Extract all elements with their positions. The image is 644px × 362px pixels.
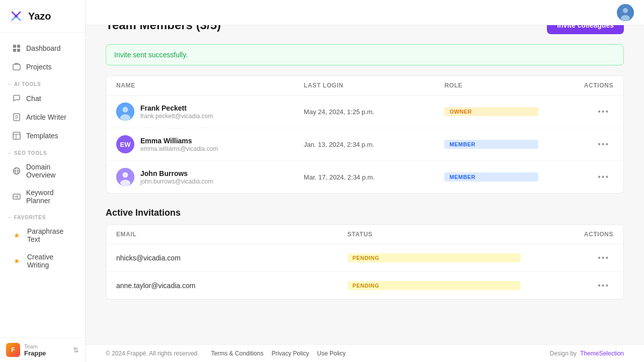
templates-icon	[12, 131, 21, 140]
member-email-frank: frank.peckett@vicadia.com	[140, 113, 213, 120]
actions-emma: •••	[538, 138, 613, 151]
footer-link-privacy[interactable]: Privacy Policy	[272, 350, 309, 357]
page-footer: © 2024 Frappé. All rights reserved. Term…	[86, 344, 644, 362]
sidebar-item-keyword-planner[interactable]: Keyword Planner	[4, 184, 81, 209]
member-details-frank: Frank Peckett frank.peckett@vicadia.com	[140, 104, 213, 120]
team-icon: F	[6, 343, 20, 357]
last-login-emma: Jan. 13, 2024, 2:34 p.m.	[304, 141, 445, 148]
paraphrase-text-label: Paraphrase Text	[27, 227, 73, 243]
col-last-login: LAST LOGIN	[304, 82, 445, 89]
inv-status-2: PENDING	[348, 281, 521, 290]
keyword-planner-label: Keyword Planner	[26, 189, 73, 205]
svg-rect-11	[13, 132, 20, 139]
seo-tools-section-label: SEO TOOLS	[0, 145, 85, 158]
sidebar-item-article-writer[interactable]: Article Writer	[4, 108, 81, 126]
sidebar-navigation: Dashboard Projects AI TOOLS Chat	[0, 33, 85, 337]
article-icon	[12, 113, 21, 122]
actions-john: •••	[538, 170, 613, 184]
team-label: Team	[24, 343, 69, 349]
globe-icon	[12, 166, 21, 175]
sidebar-item-creative-writing[interactable]: ★ Creative Writing	[4, 248, 81, 274]
inv-actions-2: •••	[521, 279, 613, 292]
col-inv-actions: ACTIONS	[521, 231, 613, 238]
footer-copyright: © 2024 Frappé. All rights reserved. Term…	[106, 350, 346, 357]
sidebar-item-projects[interactable]: Projects	[4, 58, 81, 76]
content-wrapper: Team Members (3/5) Invite colleagues Inv…	[86, 0, 644, 362]
footer-link-use[interactable]: Use Policy	[317, 350, 346, 357]
svg-point-1	[15, 15, 18, 18]
member-email-emma: emma.williams@vicadia.com	[140, 145, 218, 152]
dashboard-label: Dashboard	[26, 44, 61, 52]
svg-rect-6	[13, 64, 20, 70]
table-row: John Burrows john.burrows@vicadia.com Ma…	[106, 161, 623, 193]
sidebar-footer[interactable]: F Team Frappe ⇅	[0, 337, 85, 362]
member-info-frank: Frank Peckett frank.peckett@vicadia.com	[116, 103, 304, 121]
table-row: Frank Peckett frank.peckett@vicadia.com …	[106, 96, 623, 128]
col-name: NAME	[116, 82, 304, 89]
sidebar-item-paraphrase-text[interactable]: ★ Paraphrase Text	[4, 223, 81, 248]
member-details-emma: Emma Williams emma.williams@vicadia.com	[140, 137, 218, 152]
last-login-john: Mar. 17, 2024, 2:34 p.m.	[304, 173, 445, 181]
domain-overview-label: Domain Overview	[26, 163, 73, 179]
member-name-emma: Emma Williams	[140, 137, 218, 145]
avatar-emma: EW	[116, 135, 134, 153]
team-expand-icon[interactable]: ⇅	[73, 346, 79, 354]
footer-design: Design by ThemeSelection	[550, 350, 624, 357]
actions-frank: •••	[538, 105, 613, 118]
logo-area: Yazo	[0, 0, 85, 33]
sidebar-item-domain-overview[interactable]: Domain Overview	[4, 158, 81, 184]
member-info-john: John Burrows john.burrows@vicadia.com	[116, 168, 304, 186]
members-table-header: NAME LAST LOGIN ROLE ACTIONS	[106, 76, 623, 96]
svg-point-22	[623, 8, 628, 13]
invitations-table-header: EMAIL STATUS ACTIONS	[106, 225, 623, 244]
invitations-section-title: Active Invitations	[106, 208, 624, 218]
main-content: Team Members (3/5) Invite colleagues Inv…	[86, 0, 644, 362]
app-name: Yazo	[28, 11, 51, 22]
action-menu-john[interactable]: •••	[594, 170, 613, 184]
user-avatar[interactable]	[617, 4, 634, 21]
role-badge-frank: OWNER	[444, 107, 538, 116]
star-icon-paraphrase: ★	[12, 231, 21, 240]
col-actions: ACTIONS	[538, 82, 613, 89]
chat-icon	[12, 94, 21, 103]
sidebar-item-chat[interactable]: Chat	[4, 89, 81, 108]
action-menu-emma[interactable]: •••	[594, 138, 613, 151]
svg-point-23	[621, 15, 630, 21]
action-menu-inv-1[interactable]: •••	[594, 251, 613, 264]
dashboard-icon	[12, 44, 21, 53]
member-name-frank: Frank Peckett	[140, 104, 213, 112]
footer-theme-link[interactable]: ThemeSelection	[580, 350, 624, 357]
member-name-john: John Burrows	[140, 169, 213, 177]
article-writer-label: Article Writer	[26, 113, 66, 121]
sidebar-item-dashboard[interactable]: Dashboard	[4, 39, 81, 57]
role-badge-john: MEMBER	[444, 172, 538, 182]
topbar	[86, 0, 644, 25]
col-email: EMAIL	[116, 231, 348, 238]
footer-link-terms[interactable]: Terms & Conditions	[211, 350, 264, 357]
ai-tools-section-label: AI TOOLS	[0, 76, 85, 89]
inv-status-1: PENDING	[348, 253, 521, 262]
team-members-table: NAME LAST LOGIN ROLE ACTIONS	[106, 75, 624, 194]
table-row: nhicks@vicadia.com PENDING •••	[106, 244, 623, 272]
svg-rect-4	[13, 49, 16, 52]
col-role: ROLE	[444, 82, 538, 89]
member-email-john: john.burrows@vicadia.com	[140, 178, 213, 185]
sidebar-item-templates[interactable]: Templates	[4, 127, 81, 145]
svg-rect-17	[13, 194, 20, 199]
member-info-emma: EW Emma Williams emma.williams@vicadia.c…	[116, 135, 304, 153]
team-org: Frappe	[24, 349, 69, 357]
svg-point-28	[123, 172, 128, 178]
action-menu-inv-2[interactable]: •••	[594, 279, 613, 292]
action-menu-frank[interactable]: •••	[594, 105, 613, 118]
sidebar: Yazo Dashboard Projects	[0, 0, 86, 362]
favorites-section-label: FAVORITES	[0, 210, 85, 222]
success-message: Invite sent successfully.	[114, 51, 188, 59]
team-info: Team Frappe	[24, 343, 69, 357]
role-badge-emma: MEMBER	[444, 140, 538, 149]
col-status: STATUS	[348, 231, 521, 238]
creative-writing-label: Creative Writing	[27, 253, 73, 269]
svg-rect-3	[17, 45, 20, 48]
svg-point-25	[123, 107, 128, 113]
star-icon-creative: ★	[12, 256, 21, 265]
svg-point-26	[120, 115, 130, 121]
